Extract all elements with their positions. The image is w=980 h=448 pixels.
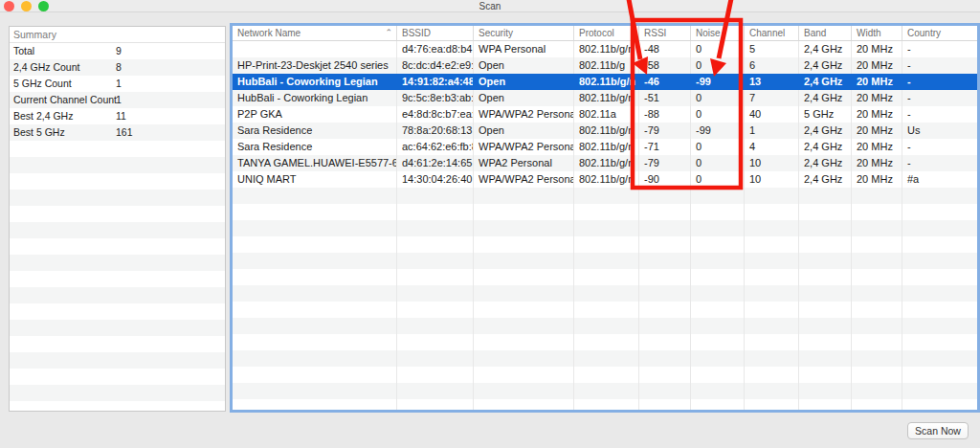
cell-band: [799, 334, 852, 350]
cell-channel: 4: [745, 139, 799, 155]
sort-ascending-icon: ⌃: [385, 26, 392, 40]
cell-channel: 13: [745, 74, 799, 90]
cell-band: [799, 220, 852, 236]
column-header-width[interactable]: Width: [852, 26, 902, 40]
cell-width: 20 MHz: [852, 171, 902, 188]
cell-network-name: P2P GKA: [233, 106, 397, 123]
summary-empty-row: [10, 255, 225, 271]
cell-rssi: [639, 383, 691, 399]
cell-bssid: [397, 367, 474, 383]
cell-security: [474, 302, 574, 318]
column-header-rssi[interactable]: RSSI: [639, 26, 691, 40]
cell-bssid: [397, 302, 474, 318]
cell-band: 2,4 GHz: [799, 90, 852, 106]
summary-label: Total: [13, 43, 34, 59]
cell-width: [852, 334, 902, 350]
cell-network-name: [233, 399, 397, 413]
cell-width: 20 MHz: [852, 155, 902, 171]
cell-rssi: -79: [639, 123, 691, 139]
cell-bssid: 14:91:82:a4:48…: [397, 74, 474, 90]
network-row[interactable]: UNIQ MART14:30:04:26:40:bcWPA/WPA2 Perso…: [233, 171, 977, 188]
cell-rssi: [639, 318, 691, 334]
cell-band: [799, 399, 852, 413]
cell-bssid: [397, 204, 474, 220]
column-header-noise[interactable]: Noise: [691, 26, 745, 40]
cell-country: -: [902, 74, 977, 90]
column-header-network-name[interactable]: Network Name⌃: [233, 26, 397, 40]
cell-channel: [745, 318, 799, 334]
cell-rssi: [639, 334, 691, 350]
cell-bssid: [397, 220, 474, 236]
cell-width: 20 MHz: [852, 57, 902, 74]
cell-protocol: 802.11b/g/n: [574, 139, 639, 155]
cell-channel: 10: [745, 171, 799, 188]
cell-network-name: [233, 41, 397, 57]
cell-noise: [691, 399, 745, 413]
cell-noise: 0: [691, 139, 745, 155]
summary-row: 2,4 GHz Count8: [10, 59, 225, 76]
network-table[interactable]: Network Name⌃BSSIDSecurityProtocolRSSINo…: [230, 23, 980, 413]
cell-noise: 0: [691, 90, 745, 106]
cell-band: 2,4 GHz: [799, 74, 852, 90]
summary-value: 1: [116, 76, 122, 92]
cell-width: 20 MHz: [852, 41, 902, 57]
cell-protocol: 802.11a: [574, 106, 639, 123]
cell-width: [852, 188, 902, 204]
network-row[interactable]: HubBali - Coworking Legian9c:5c:8e:b3:ab…: [233, 90, 977, 106]
summary-empty-row: [10, 336, 225, 352]
cell-security: Open: [474, 123, 574, 139]
cell-width: [852, 318, 902, 334]
cell-bssid: e4:8d:8c:b7:ea:5f: [397, 106, 474, 123]
cell-security: [474, 188, 574, 204]
cell-noise: [691, 220, 745, 236]
cell-country: -: [902, 155, 977, 171]
column-header-security[interactable]: Security: [474, 26, 574, 40]
cell-network-name: [233, 285, 397, 302]
summary-panel-title: Summary: [10, 27, 225, 43]
column-header-channel[interactable]: Channel: [745, 26, 799, 40]
network-row[interactable]: TANYA GAMEL.HUAWEI-E5577-6575d4:61:2e:14…: [233, 155, 977, 171]
network-row[interactable]: HubBali - Coworking Legian14:91:82:a4:48…: [233, 74, 977, 90]
cell-width: [852, 204, 902, 220]
cell-country: [902, 318, 977, 334]
scan-now-button[interactable]: Scan Now: [907, 422, 969, 439]
cell-noise: 0: [691, 155, 745, 171]
network-row[interactable]: Sara Residence78:8a:20:68:13:43Open802.1…: [233, 123, 977, 139]
column-header-country[interactable]: Country: [902, 26, 977, 40]
column-header-protocol[interactable]: Protocol: [574, 26, 639, 40]
network-row[interactable]: Sara Residenceac:64:62:e6:fb:8eWPA/WPA2 …: [233, 139, 977, 155]
cell-bssid: [397, 383, 474, 399]
network-row[interactable]: P2P GKAe4:8d:8c:b7:ea:5fWPA/WPA2 Persona…: [233, 106, 977, 123]
cell-protocol: 802.11b/g/n: [574, 74, 639, 90]
cell-noise: [691, 302, 745, 318]
cell-country: Us: [902, 123, 977, 139]
cell-rssi: -46: [639, 74, 691, 90]
summary-empty-row: [10, 222, 225, 238]
network-row[interactable]: d4:76:ea:d8:b4:0aWPA Personal802.11b/g/n…: [233, 41, 977, 57]
cell-protocol: [574, 204, 639, 220]
cell-band: [799, 188, 852, 204]
cell-band: [799, 253, 852, 269]
cell-band: [799, 383, 852, 399]
cell-security: WPA/WPA2 Personal: [474, 106, 574, 123]
column-header-band[interactable]: Band: [799, 26, 852, 40]
summary-panel: Summary Total92,4 GHz Count85 GHz Count1…: [9, 26, 226, 412]
summary-row: Best 2,4 GHz11: [10, 108, 225, 124]
cell-noise: 0: [691, 106, 745, 123]
cell-country: [902, 253, 977, 269]
cell-bssid: [397, 399, 474, 413]
network-row[interactable]: HP-Print-23-Deskjet 2540 series8c:dc:d4:…: [233, 57, 977, 74]
cell-bssid: [397, 318, 474, 334]
cell-network-name: [233, 334, 397, 350]
cell-noise: 0: [691, 41, 745, 57]
cell-network-name: [233, 367, 397, 383]
cell-security: [474, 253, 574, 269]
summary-empty-row: [10, 271, 225, 287]
empty-row: [233, 220, 977, 236]
cell-country: -: [902, 57, 977, 74]
cell-country: [902, 383, 977, 399]
cell-security: [474, 350, 574, 367]
column-header-bssid[interactable]: BSSID: [397, 26, 474, 40]
cell-bssid: [397, 188, 474, 204]
titlebar: Scan: [0, 0, 980, 12]
